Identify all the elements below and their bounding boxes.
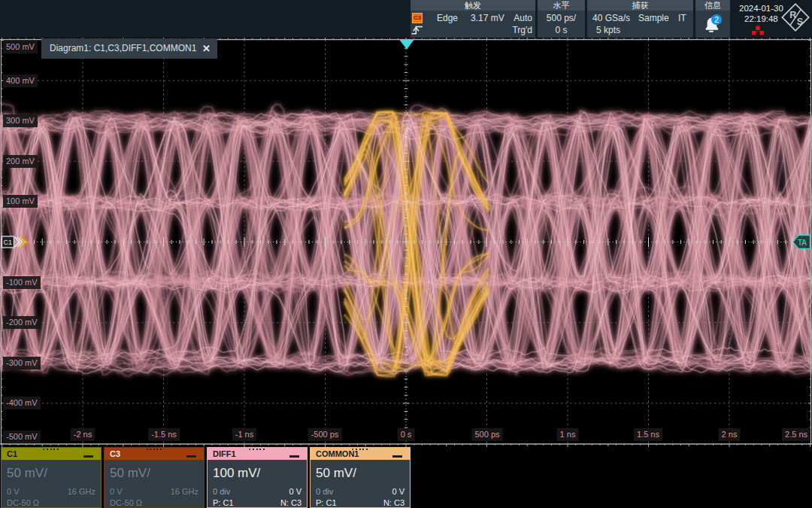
svg-text:C1: C1 — [4, 239, 13, 246]
svg-text:S: S — [797, 17, 803, 27]
svg-text:2: 2 — [714, 15, 719, 24]
svg-text:R: R — [789, 10, 796, 20]
svg-text:TA: TA — [798, 239, 807, 247]
